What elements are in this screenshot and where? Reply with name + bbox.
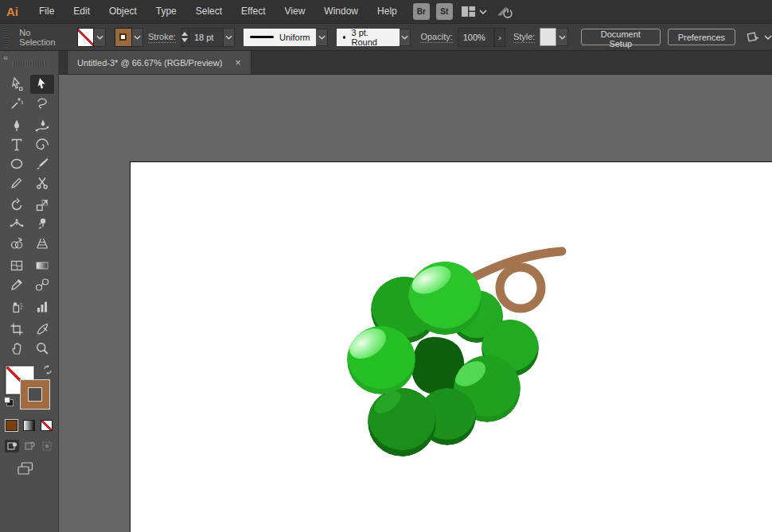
tab-close-icon[interactable]: × <box>235 57 241 68</box>
ellipse-tool[interactable] <box>5 154 29 173</box>
style-dropdown[interactable] <box>556 28 568 46</box>
selection-tool[interactable] <box>30 75 54 94</box>
curvature-tool[interactable] <box>30 116 54 135</box>
stroke-color-dropdown[interactable] <box>132 28 144 47</box>
select-similar-button[interactable] <box>743 30 772 45</box>
color-button[interactable] <box>6 420 18 431</box>
fill-stroke-indicator <box>0 364 58 412</box>
gradient-button[interactable] <box>23 420 35 431</box>
stroke-weight-field[interactable]: 18 pt <box>189 28 224 47</box>
width-profile-field[interactable]: Uniform <box>244 29 317 46</box>
draw-inside-button[interactable] <box>40 440 54 452</box>
shaper-tool[interactable] <box>5 173 29 192</box>
workspace-switcher[interactable] <box>461 6 487 17</box>
type-tool[interactable] <box>5 135 29 154</box>
slice-tool-icon <box>34 321 50 337</box>
gpu-performance-button[interactable] <box>495 5 514 19</box>
menu-effect[interactable]: Effect <box>232 0 275 23</box>
style-label[interactable]: Style: <box>513 32 536 43</box>
slice-tool[interactable] <box>30 320 54 339</box>
magic-wand-tool-icon <box>9 95 25 111</box>
eyedropper-tool[interactable] <box>5 275 29 294</box>
stepper-down-icon <box>181 38 188 42</box>
canvas-pasteboard[interactable] <box>59 75 772 532</box>
stroke-weight-dropdown[interactable] <box>224 28 236 47</box>
collapse-panel-button[interactable]: « <box>3 52 6 62</box>
gradient-tool-icon <box>34 258 50 274</box>
document-tab[interactable]: Untitled-3* @ 66.67% (RGB/Preview) × <box>67 51 251 74</box>
artboard-tool-icon <box>9 321 25 337</box>
document-tab-bar: Untitled-3* @ 66.67% (RGB/Preview) × <box>59 51 772 75</box>
chevron-down-icon <box>401 35 408 40</box>
zoom-tool[interactable] <box>30 339 54 358</box>
menu-type[interactable]: Type <box>146 0 186 23</box>
fill-color-dropdown[interactable] <box>94 28 106 47</box>
column-graph-tool[interactable] <box>30 297 54 316</box>
hand-tool-icon <box>9 340 25 356</box>
lasso-tool-icon <box>34 95 50 111</box>
perspective-grid-tool[interactable] <box>30 234 54 253</box>
chevron-down-icon <box>96 35 103 40</box>
chevron-down-icon <box>559 35 566 40</box>
gradient-tool[interactable] <box>30 256 54 275</box>
stock-button[interactable]: St <box>436 3 453 20</box>
screen-mode-icon[interactable] <box>18 462 37 476</box>
menu-object[interactable]: Object <box>99 0 146 23</box>
controlbar-grip[interactable] <box>3 27 8 48</box>
menu-window[interactable]: Window <box>314 0 368 23</box>
opacity-label[interactable]: Opacity: <box>420 32 452 43</box>
menu-file[interactable]: File <box>29 0 64 23</box>
draw-normal-button[interactable] <box>5 440 19 452</box>
brush-field[interactable]: 3 pt. Round <box>337 29 400 46</box>
rotate-tool[interactable] <box>5 196 29 215</box>
spiral-tool[interactable] <box>30 135 54 154</box>
chevron-down-icon <box>134 35 141 40</box>
hand-tool[interactable] <box>5 339 29 358</box>
mesh-tool-icon <box>9 258 25 274</box>
width-profile-dropdown[interactable] <box>316 29 328 46</box>
menu-view[interactable]: View <box>275 0 315 23</box>
menu-select[interactable]: Select <box>186 0 232 23</box>
scissors-tool[interactable] <box>30 173 54 192</box>
grapes-artwork[interactable] <box>334 231 589 469</box>
none-button[interactable] <box>41 420 53 431</box>
brush-dropdown[interactable] <box>400 29 411 46</box>
mesh-tool[interactable] <box>5 256 29 275</box>
bridge-button[interactable]: Br <box>413 3 430 20</box>
menu-help[interactable]: Help <box>368 0 407 23</box>
puppet-warp-tool[interactable] <box>30 215 54 234</box>
opacity-field[interactable]: 100% <box>458 28 494 47</box>
lasso-tool[interactable] <box>30 94 54 113</box>
paintbrush-tool[interactable] <box>30 154 54 173</box>
symbol-sprayer-tool[interactable] <box>5 297 29 316</box>
menu-edit[interactable]: Edit <box>64 0 99 23</box>
selection-tool-icon <box>34 76 50 92</box>
swap-fill-stroke-icon[interactable] <box>42 364 53 375</box>
control-bar: No Selection Stroke: 18 pt Uniform <box>0 23 772 51</box>
magic-wand-tool[interactable] <box>5 94 29 113</box>
style-swatch[interactable] <box>540 28 556 46</box>
pen-tool[interactable] <box>5 116 29 135</box>
stroke-swatch-brown[interactable] <box>21 380 49 409</box>
width-tool[interactable] <box>5 215 29 234</box>
width-tool-icon <box>9 216 25 232</box>
stroke-weight-label[interactable]: Stroke: <box>148 32 176 43</box>
default-fill-stroke-icon[interactable] <box>3 396 14 407</box>
artboard-tool[interactable] <box>5 320 29 339</box>
stroke-weight-stepper[interactable] <box>181 28 189 47</box>
stroke-color-swatch[interactable] <box>115 28 132 47</box>
blend-tool[interactable] <box>30 275 54 294</box>
shape-builder-tool[interactable] <box>5 234 29 253</box>
panel-grip[interactable] <box>13 61 46 66</box>
direct-selection-tool[interactable] <box>5 75 29 94</box>
brush-preview-icon <box>343 36 346 39</box>
opacity-more-button[interactable]: › <box>494 28 505 47</box>
document-tab-title: Untitled-3* @ 66.67% (RGB/Preview) <box>77 58 222 68</box>
chevron-down-icon <box>764 35 772 40</box>
preferences-button[interactable]: Preferences <box>668 29 735 45</box>
scale-tool[interactable] <box>30 196 54 215</box>
document-setup-button[interactable]: Document Setup <box>581 29 661 45</box>
draw-behind-button[interactable] <box>22 440 37 452</box>
fill-color-swatch[interactable] <box>77 28 95 47</box>
puppet-warp-tool-icon <box>34 216 50 232</box>
